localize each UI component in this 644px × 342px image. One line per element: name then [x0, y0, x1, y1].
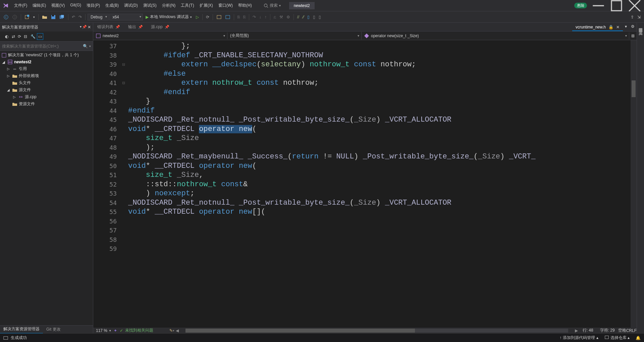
- expand-toggle[interactable]: ◢: [6, 88, 11, 92]
- close-icon[interactable]: ✕: [88, 25, 91, 29]
- vertical-scrollbar[interactable]: [631, 40, 637, 328]
- step-into-icon[interactable]: ↓: [258, 14, 263, 20]
- close-tab-button[interactable]: ✕: [616, 25, 620, 29]
- expand-toggle[interactable]: ▷: [12, 95, 17, 99]
- sync-icon[interactable]: ⇄: [11, 33, 16, 40]
- share-icon[interactable]: ⇪: [629, 14, 635, 20]
- pin-icon[interactable]: 📌: [115, 25, 120, 29]
- refresh-icon[interactable]: ⟳: [17, 33, 22, 40]
- dropdown-icon[interactable]: ▾: [80, 25, 82, 29]
- chevron-down-icon[interactable]: ▾: [88, 45, 91, 48]
- menu-build[interactable]: 生成(B): [103, 1, 121, 10]
- step-out-icon[interactable]: ↑: [263, 14, 268, 20]
- expand-toggle[interactable]: ▷: [6, 74, 11, 78]
- menu-analyze[interactable]: 分析(N): [159, 1, 178, 10]
- bookmark-icon[interactable]: ▯: [306, 14, 311, 20]
- solution-explorer-search[interactable]: 🔍 ▾: [0, 42, 93, 51]
- menu-project[interactable]: 项目(P): [84, 1, 103, 10]
- no-issues[interactable]: ✓未找到相关问题: [117, 328, 156, 333]
- eol-mode[interactable]: CRLF: [626, 328, 637, 333]
- member-scope-combo[interactable]: operator new(size_t _Size): [362, 32, 629, 39]
- line-indicator[interactable]: 行: 48: [579, 328, 597, 333]
- sidebar-tab-git[interactable]: Git 更改: [43, 326, 64, 333]
- pin-icon[interactable]: 📌: [165, 25, 169, 29]
- uncomment-icon[interactable]: ⁄⁄: [301, 14, 305, 20]
- col-indicator[interactable]: 字符: 29: [597, 328, 618, 333]
- select-repo[interactable]: 选择仓库 ▴: [604, 335, 630, 341]
- code-content[interactable]: }; #ifdef _CRT_ENABLE_SELECTANY_NOTHROW …: [127, 40, 631, 328]
- maximize-button[interactable]: [610, 1, 623, 11]
- menu-git[interactable]: Git(G): [67, 1, 84, 10]
- tab-vcruntime[interactable]: vcruntime_new.h 🔒 ✕: [572, 23, 623, 31]
- collapse-icon[interactable]: ⊟: [23, 33, 28, 40]
- menu-file[interactable]: 文件(F): [11, 1, 30, 10]
- tb-icon[interactable]: ⎌: [272, 14, 277, 20]
- tb-icon[interactable]: ⎘: [236, 14, 241, 20]
- output-icon[interactable]: [3, 336, 8, 340]
- menu-view[interactable]: 视图(V): [49, 1, 67, 10]
- expand-toggle[interactable]: ◢: [1, 60, 6, 64]
- tb-icon[interactable]: ⚒: [278, 14, 284, 20]
- config-combo[interactable]: Debug: [88, 14, 109, 20]
- source-file-node[interactable]: ▷ ++ 源.cpp: [0, 93, 93, 100]
- headers-node[interactable]: 头文件: [0, 79, 93, 86]
- tb-icon[interactable]: ⚙: [285, 14, 291, 20]
- menu-debug[interactable]: 调试(D): [121, 1, 141, 10]
- pin-icon[interactable]: 📌: [82, 25, 87, 29]
- references-node[interactable]: ▷ ▫▫ 引用: [0, 65, 93, 72]
- menu-edit[interactable]: 编辑(E): [30, 1, 49, 10]
- menu-help[interactable]: 帮助(H): [235, 1, 255, 10]
- tab-source-cpp[interactable]: 源.cpp📌: [147, 23, 173, 31]
- chevron-down-icon[interactable]: ▾: [32, 14, 36, 20]
- start-without-debug-button[interactable]: ▷: [195, 14, 200, 20]
- comment-icon[interactable]: //: [296, 14, 301, 20]
- tb-icon[interactable]: [215, 13, 223, 21]
- open-button[interactable]: [41, 13, 49, 21]
- expand-toggle[interactable]: ▷: [6, 67, 11, 71]
- user-badge[interactable]: 患陆: [574, 3, 587, 8]
- search-input[interactable]: [2, 44, 83, 49]
- sidebar-tab-explorer[interactable]: 解决方案资源管理器: [0, 325, 43, 334]
- tb-icon[interactable]: ⎘: [242, 14, 247, 20]
- minimize-button[interactable]: [592, 1, 605, 11]
- project-scope-combo[interactable]: newtest2: [93, 32, 227, 39]
- save-all-button[interactable]: [58, 13, 66, 21]
- tab-overflow-icon[interactable]: ▾: [623, 23, 629, 31]
- pin-icon[interactable]: 📌: [138, 25, 143, 29]
- solution-root[interactable]: 解决方案 'newtest2' (1 个项目，共 1 个): [0, 52, 93, 59]
- preview-icon[interactable]: ▭: [37, 33, 43, 40]
- home-icon[interactable]: [1, 33, 3, 40]
- global-search[interactable]: 搜索 ▾: [261, 2, 284, 9]
- indent-mode[interactable]: 空格: [618, 328, 626, 333]
- menu-tools[interactable]: 工具(T): [178, 1, 197, 10]
- tb-icon[interactable]: [224, 13, 232, 21]
- split-icon[interactable]: ⊞: [629, 32, 637, 39]
- new-project-button[interactable]: [23, 13, 31, 21]
- tb-icon[interactable]: ▯: [312, 14, 317, 20]
- type-scope-combo[interactable]: (全局范围): [227, 32, 362, 40]
- code-editor[interactable]: 3738394041424344454647484950515253545556…: [93, 40, 637, 328]
- platform-combo[interactable]: x64: [109, 14, 143, 20]
- live-share-icon[interactable]: ⇲: [636, 14, 642, 20]
- sources-node[interactable]: ◢ 源文件: [0, 86, 93, 93]
- step-over-icon[interactable]: ↷: [251, 14, 257, 20]
- resources-node[interactable]: 资源文件: [0, 100, 93, 108]
- project-node[interactable]: ◢ ++ newtest2: [0, 59, 93, 65]
- nav-back-button[interactable]: [2, 13, 10, 21]
- add-to-scm[interactable]: ↑添加到源代码管理 ▴: [559, 335, 598, 341]
- external-deps-node[interactable]: ▷ 外部依赖项: [0, 72, 93, 79]
- tb-icon[interactable]: ▯: [317, 14, 322, 20]
- zoom-level[interactable]: 117 %▾: [93, 328, 114, 333]
- scroll-thumb[interactable]: [632, 80, 636, 97]
- menu-test[interactable]: 测试(S): [141, 1, 159, 10]
- settings-icon[interactable]: ⚙: [629, 23, 637, 31]
- start-debug-button[interactable]: ▶ 本地 Windows 调试器 ▾: [144, 13, 194, 20]
- tb-icon[interactable]: ⟳: [205, 14, 211, 20]
- outline-margin[interactable]: ⊟⊟: [120, 40, 127, 328]
- scroll-thumb[interactable]: [185, 329, 415, 333]
- menu-extensions[interactable]: 扩展(X): [197, 1, 216, 10]
- close-button[interactable]: [628, 1, 641, 11]
- horizontal-scrollbar[interactable]: [185, 329, 568, 333]
- undo-button[interactable]: ↶: [70, 14, 76, 20]
- tab-error-list[interactable]: 错误列表📌: [93, 23, 124, 31]
